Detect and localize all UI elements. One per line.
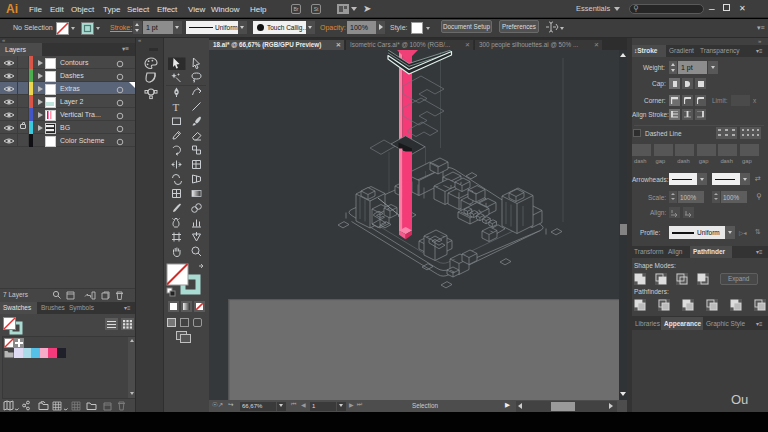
svg-text:T: T <box>173 101 180 113</box>
